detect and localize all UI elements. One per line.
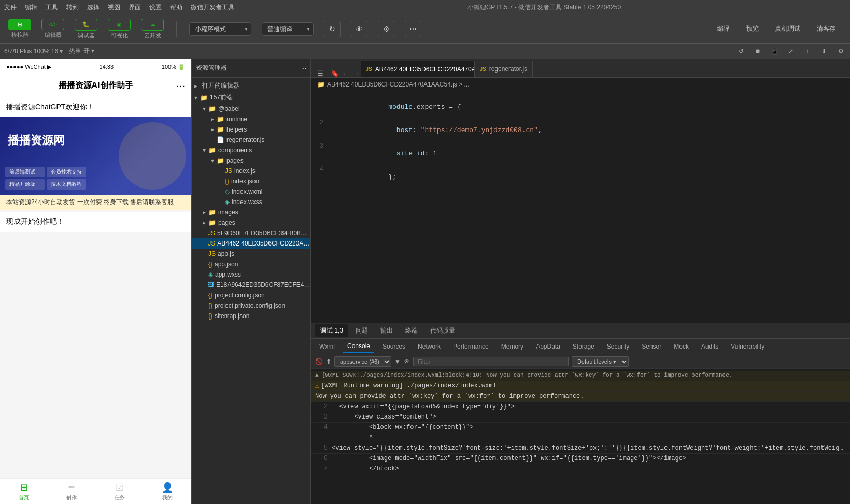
device-info[interactable]: 6/7/8 Plus 100% 16 ▾ bbox=[4, 48, 63, 55]
open-editors-section[interactable]: ▸ 打开的编辑器 bbox=[192, 80, 310, 92]
bookmark-icon[interactable]: 🔖 bbox=[330, 69, 340, 77]
cloud-button[interactable]: ☁ bbox=[141, 19, 164, 31]
phone-nav-home[interactable]: ⊞ 首页 bbox=[0, 482, 48, 501]
menu-select[interactable]: 选择 bbox=[87, 3, 100, 12]
phone-nav-task[interactable]: ☑ 任务 bbox=[96, 482, 144, 501]
subtab-sources[interactable]: Sources bbox=[378, 341, 409, 352]
subtab-memory[interactable]: Memory bbox=[497, 341, 528, 352]
phone-content[interactable]: 播播资源ChatGPT欢迎你！ 播播资源网 前后端测试 会员技术支持 精品开源版… bbox=[0, 97, 191, 478]
toolbar-icon-1[interactable]: 🚫 bbox=[315, 358, 323, 365]
babel-folder[interactable]: ▾ 📁 @babel bbox=[192, 104, 310, 114]
menu-file[interactable]: 文件 bbox=[4, 3, 17, 12]
gear-icon[interactable]: ⚙ bbox=[835, 46, 846, 56]
real-machine-button[interactable]: 真机调试 bbox=[769, 22, 806, 35]
mode-selector[interactable]: 小程序模式 bbox=[189, 22, 251, 36]
project-config-file[interactable]: ▸ {} project.config.json bbox=[192, 290, 310, 300]
editor-tab-regen-icon: JS bbox=[480, 66, 486, 72]
subtab-sensor[interactable]: Sensor bbox=[638, 341, 665, 352]
code-area[interactable]: module.exports = { 2 host: "https://demo… bbox=[311, 91, 850, 323]
phone-nav-dots[interactable]: ··· bbox=[176, 80, 185, 92]
clear-cache-button[interactable]: 清客存 bbox=[811, 22, 842, 35]
menu-interface[interactable]: 界面 bbox=[129, 3, 141, 12]
back-icon[interactable]: ← bbox=[340, 69, 350, 77]
phone-battery: 100% 🔋 bbox=[162, 64, 185, 70]
filter-input[interactable] bbox=[413, 357, 569, 366]
components-folder[interactable]: ▾ 📁 components bbox=[192, 145, 310, 155]
subtab-mock[interactable]: Mock bbox=[670, 341, 693, 352]
index-wxml-file[interactable]: ▸ ◇ index.wxml bbox=[192, 186, 310, 197]
settings-button[interactable]: ⚙ bbox=[378, 21, 394, 37]
menu-tools[interactable]: 工具 bbox=[46, 3, 58, 12]
app-wxss-file[interactable]: ▸ ◈ app.wxss bbox=[192, 269, 310, 280]
subtab-console[interactable]: Console bbox=[343, 340, 374, 353]
regenerator-file[interactable]: ▸ 📄 regenerator.js bbox=[192, 135, 310, 145]
preview-action-button[interactable]: 预览 bbox=[740, 22, 765, 35]
toolbar-icon-4[interactable]: 👁 bbox=[404, 358, 410, 365]
subtab-wxml[interactable]: Wxml bbox=[315, 341, 339, 352]
toolbar-icon-3[interactable]: ▼ bbox=[394, 358, 401, 365]
app-js-file[interactable]: ▸ JS app.js bbox=[192, 249, 310, 259]
file-e18a[interactable]: ▸ 🖼 E18A9642ED35D6CF87ECFE454... bbox=[192, 280, 310, 290]
pages-sub-folder[interactable]: ▾ 📁 pages bbox=[192, 155, 310, 166]
helpers-folder[interactable]: ▸ 📁 helpers bbox=[192, 124, 310, 135]
service-selector[interactable]: appservice (#6) bbox=[334, 356, 391, 367]
fullscreen-icon[interactable]: ⤢ bbox=[786, 46, 796, 56]
debug-tab-quality[interactable]: 代码质量 bbox=[425, 324, 460, 337]
subtab-vulnerability[interactable]: Vulnerability bbox=[727, 341, 769, 352]
menu-settings[interactable]: 设置 bbox=[149, 3, 162, 12]
sitemap-file[interactable]: ▸ {} sitemap.json bbox=[192, 311, 310, 321]
phone-nav-mine[interactable]: 👤 我的 bbox=[144, 482, 191, 501]
sidebar-toggle[interactable]: ☰ bbox=[311, 69, 330, 77]
index-json-file[interactable]: ▸ {} index.json bbox=[192, 176, 310, 186]
file-ab44[interactable]: ▸ JS AB4462 40ED35D6CFCD220A47... bbox=[192, 238, 310, 249]
root-folder[interactable]: ▾ 📁 157前端 bbox=[192, 92, 310, 104]
images-folder[interactable]: ▸ 📁 images bbox=[192, 207, 310, 218]
debugger-button[interactable]: 🐛 bbox=[75, 19, 97, 31]
subtab-storage[interactable]: Storage bbox=[569, 341, 599, 352]
undo-icon[interactable]: ↺ bbox=[736, 46, 746, 56]
subtab-network[interactable]: Network bbox=[414, 341, 445, 352]
subtab-audits[interactable]: Audits bbox=[697, 341, 722, 352]
app-json-file[interactable]: ▸ {} app.json bbox=[192, 259, 310, 269]
pages-root-folder[interactable]: ▸ 📁 pages bbox=[192, 218, 310, 228]
index-js-file[interactable]: ▸ JS index.js bbox=[192, 166, 310, 176]
record-icon[interactable]: ⏺ bbox=[753, 46, 763, 56]
subtab-security[interactable]: Security bbox=[603, 341, 633, 352]
console-content[interactable]: ▲ [WXML_SGWK:./pages/index/index.wxml:bl… bbox=[311, 369, 850, 504]
compile-selector[interactable]: 普通编译 bbox=[262, 22, 314, 36]
file-explorer-menu[interactable]: ··· bbox=[301, 65, 306, 72]
index-wxss-file[interactable]: ▸ ◈ index.wxss bbox=[192, 197, 310, 207]
mobile-icon[interactable]: 📱 bbox=[769, 46, 780, 56]
file-5f9d[interactable]: ▸ JS 5F9D60E7ED35D6CF39FB08E02... bbox=[192, 228, 310, 238]
project-private-file[interactable]: ▸ {} project.private.config.json bbox=[192, 300, 310, 311]
editor-tab-regen-name: regenerator.js bbox=[489, 65, 527, 73]
menu-wechat-tools[interactable]: 微信开发者工具 bbox=[191, 3, 234, 12]
menu-view[interactable]: 视图 bbox=[108, 3, 120, 12]
editor-button[interactable]: </> bbox=[41, 19, 64, 30]
phone-nav-create[interactable]: ✒ 创作 bbox=[48, 482, 95, 501]
menu-help[interactable]: 帮助 bbox=[170, 3, 182, 12]
download-icon[interactable]: ⬇ bbox=[819, 46, 829, 56]
debug-tab-main[interactable]: 调试 1,3 bbox=[315, 324, 348, 337]
editor-tab-ab44[interactable]: JS AB4462 40ED35D6CFCD220A470A1AAC54.js … bbox=[361, 61, 475, 77]
debug-tab-terminal[interactable]: 终端 bbox=[400, 324, 423, 337]
subtab-appdata[interactable]: AppData bbox=[532, 341, 564, 352]
preview-mode-button[interactable]: 👁 bbox=[351, 21, 367, 37]
debug-tab-output[interactable]: 输出 bbox=[375, 324, 398, 337]
simulator-button[interactable]: ⊞ bbox=[8, 19, 31, 30]
forward-icon[interactable]: → bbox=[350, 69, 361, 77]
menu-edit[interactable]: 编辑 bbox=[25, 3, 37, 12]
visual-button[interactable]: ◉ bbox=[108, 19, 131, 31]
levels-selector[interactable]: Default levels ▾ bbox=[572, 356, 629, 367]
runtime-folder[interactable]: ▸ 📁 runtime bbox=[192, 114, 310, 124]
editor-tab-regenerator[interactable]: JS regenerator.js bbox=[475, 61, 533, 77]
subtab-performance[interactable]: Performance bbox=[449, 341, 493, 352]
refresh-button[interactable]: ↻ bbox=[324, 21, 341, 37]
hotspot-info[interactable]: 热重 开 ▾ bbox=[69, 47, 94, 55]
menu-goto[interactable]: 转到 bbox=[66, 3, 79, 12]
more-button[interactable]: ⋯ bbox=[405, 21, 421, 37]
compile-action-button[interactable]: 编译 bbox=[711, 22, 736, 35]
toolbar-icon-2[interactable]: ⬆ bbox=[326, 358, 331, 365]
add-icon[interactable]: + bbox=[802, 46, 813, 56]
debug-tab-issues[interactable]: 问题 bbox=[350, 324, 373, 337]
